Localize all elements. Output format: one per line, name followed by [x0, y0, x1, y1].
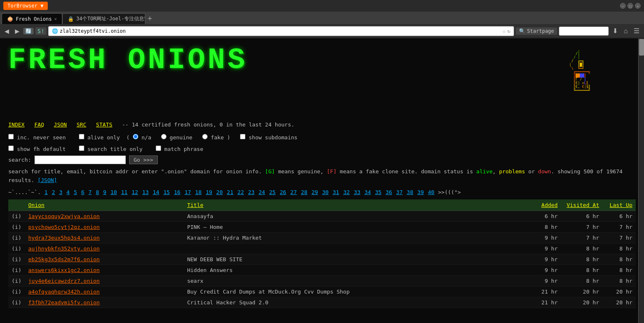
nav-faq-link[interactable]: FAQ [34, 121, 44, 128]
scrollbar[interactable] [638, 38, 644, 321]
inc-never-seen-label[interactable]: inc. never seen [8, 134, 69, 141]
search-input[interactable] [34, 155, 126, 164]
info-link[interactable]: (i) [12, 245, 21, 252]
info-link[interactable]: (i) [12, 235, 21, 241]
maximize-button[interactable]: □ [627, 3, 633, 9]
show-fh-default-label[interactable]: show fh default [8, 146, 69, 152]
nav-index-link[interactable]: INDEX [8, 121, 24, 128]
onion-link[interactable]: eb25kg3x5ds2m7f6.onion [28, 256, 100, 262]
page-link-16[interactable]: 16 [174, 189, 181, 195]
search-title-only-label[interactable]: search title only [79, 146, 146, 152]
info-link[interactable]: (i) [12, 299, 21, 306]
match-phrase-checkbox[interactable] [156, 146, 161, 151]
page-link-13[interactable]: 13 [142, 189, 149, 195]
info-link[interactable]: (i) [12, 289, 21, 295]
radio-genuine-label[interactable]: genuine [161, 134, 196, 141]
tor-browser-button[interactable]: TorBrowser ▼ [3, 2, 48, 10]
th-title[interactable]: Title [184, 199, 528, 211]
radio-genuine[interactable] [161, 134, 167, 139]
alive-only-checkbox[interactable] [79, 134, 84, 139]
page-link-21[interactable]: 21 [227, 189, 233, 195]
reload-icon[interactable]: ↻ [507, 28, 510, 34]
page-link-40[interactable]: 40 [428, 189, 435, 195]
show-subdomains-checkbox[interactable] [240, 134, 245, 139]
page-link-33[interactable]: 33 [354, 189, 360, 195]
page-link-27[interactable]: 27 [290, 189, 297, 195]
show-fh-default-checkbox[interactable] [8, 146, 14, 151]
page-link-2[interactable]: 2 [52, 189, 55, 195]
radio-na[interactable] [133, 134, 138, 139]
search-title-only-checkbox[interactable] [79, 146, 84, 151]
page-link-35[interactable]: 35 [375, 189, 382, 195]
onion-link[interactable]: juy4e6eicawzdrz7.onion [28, 278, 100, 284]
page-link-25[interactable]: 25 [269, 189, 276, 195]
browser-home-button[interactable]: ⌂ [622, 27, 630, 36]
page-link-18[interactable]: 18 [195, 189, 202, 195]
inc-never-seen-checkbox[interactable] [8, 134, 14, 139]
tab-close-button[interactable]: ✕ [54, 17, 57, 21]
address-bar[interactable]: 🌐 ☆ ↻ [48, 26, 514, 36]
page-link-36[interactable]: 36 [386, 189, 392, 195]
page-link-6[interactable]: 6 [81, 189, 84, 195]
page-link-31[interactable]: 31 [333, 189, 339, 195]
tab-fresh-onions[interactable]: 🧅 Fresh Onions ✕ [2, 13, 62, 24]
alive-only-label[interactable]: alive only [79, 134, 123, 141]
page-link-39[interactable]: 39 [417, 189, 424, 195]
page-link-38[interactable]: 38 [407, 189, 414, 195]
page-link-11[interactable]: 11 [121, 189, 128, 195]
page-link-24[interactable]: 24 [259, 189, 265, 195]
download-button[interactable]: ⬇ [610, 26, 620, 36]
page-link-32[interactable]: 32 [343, 189, 350, 195]
page-link-10[interactable]: 10 [110, 189, 117, 195]
page-link-9[interactable]: 9 [103, 189, 106, 195]
nav-stats-link[interactable]: STATS [96, 121, 112, 128]
page-link-3[interactable]: 3 [59, 189, 62, 195]
page-link-17[interactable]: 17 [184, 189, 191, 195]
forward-button[interactable]: ▶ [13, 27, 22, 35]
th-onion[interactable]: Onion [25, 199, 184, 211]
scrollbar-thumb[interactable] [639, 39, 644, 56]
th-visited-at[interactable]: Visited At [561, 199, 602, 211]
info-link[interactable]: (i) [12, 256, 21, 262]
page-link-4[interactable]: 4 [66, 189, 70, 195]
onion-link[interactable]: 1ayycsoquy2xwjya.onion [28, 213, 100, 219]
results-json-link[interactable]: [JSON] [37, 177, 57, 183]
page-link-26[interactable]: 26 [280, 189, 286, 195]
page-link-12[interactable]: 12 [132, 189, 138, 195]
onion-link[interactable]: psychowo5cytj2qz.onion [28, 224, 100, 230]
page-link-1[interactable]: 1 [44, 189, 48, 195]
onion-link[interactable]: answers6kixx1gc2.onion [28, 267, 100, 273]
go-button[interactable]: Go >>> [129, 155, 158, 164]
page-link-28[interactable]: 28 [301, 189, 308, 195]
info-link[interactable]: (i) [12, 224, 21, 230]
address-input[interactable] [60, 28, 502, 34]
back-button[interactable]: ◀ [2, 27, 11, 35]
close-button[interactable]: ✕ [635, 3, 641, 9]
page-link-15[interactable]: 15 [163, 189, 170, 195]
page-link-22[interactable]: 22 [238, 189, 244, 195]
onion-link[interactable]: hydra73eux5hp3s4.onion [28, 235, 100, 241]
th-added[interactable]: Added [528, 199, 561, 211]
page-link-23[interactable]: 23 [248, 189, 255, 195]
bookmark-star-icon[interactable]: ☆ [502, 28, 506, 34]
radio-fake-label[interactable]: fake [202, 134, 227, 141]
page-link-30[interactable]: 30 [322, 189, 329, 195]
page-link-20[interactable]: 20 [216, 189, 223, 195]
page-link-5[interactable]: 5 [74, 189, 77, 195]
page-link-34[interactable]: 34 [365, 189, 371, 195]
tab-joel[interactable]: 🔒 34个TOR网址-Joel-专注信息安全的... ✕ [62, 13, 145, 24]
info-link[interactable]: (i) [12, 267, 21, 273]
show-subdomains-label[interactable]: show subdomains [240, 134, 297, 141]
th-last-up[interactable]: Last Up [602, 199, 636, 211]
nav-json-link[interactable]: JSON [54, 121, 67, 128]
browser-search-input[interactable] [559, 27, 609, 36]
minimize-button[interactable]: – [620, 3, 626, 9]
onion-link[interactable]: f3fbh72eadvmi5fv.onion [28, 299, 100, 306]
match-phrase-label[interactable]: match phrase [156, 146, 203, 152]
new-tab-button[interactable]: + [145, 13, 155, 24]
browser-menu-button[interactable]: ☰ [632, 26, 642, 36]
page-link-14[interactable]: 14 [153, 189, 159, 195]
page-link-19[interactable]: 19 [206, 189, 212, 195]
page-link-8[interactable]: 8 [96, 189, 99, 195]
radio-fake[interactable] [202, 134, 208, 139]
